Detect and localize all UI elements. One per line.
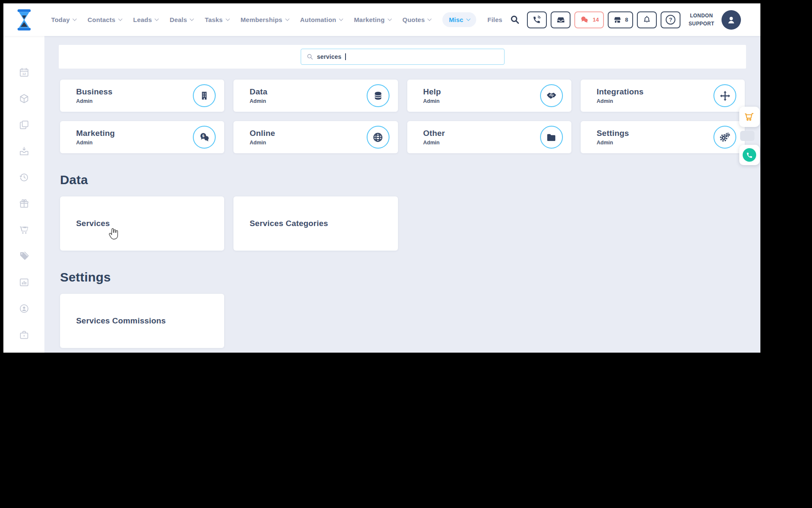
chevron-down-icon bbox=[155, 17, 159, 21]
svg-text:12: 12 bbox=[22, 72, 25, 75]
history-clock-icon bbox=[19, 172, 30, 183]
category-title: Settings bbox=[597, 129, 629, 138]
nav-item-leads[interactable]: Leads bbox=[133, 16, 158, 23]
card-services-categories[interactable]: Services Categories bbox=[233, 196, 398, 251]
user-icon bbox=[726, 14, 737, 25]
category-card-integrations[interactable]: Integrations Admin bbox=[581, 80, 745, 112]
nav-item-deals[interactable]: Deals bbox=[170, 16, 193, 23]
search-strip: services bbox=[59, 45, 746, 69]
cart-widget-button[interactable] bbox=[739, 107, 760, 127]
sidebar-item-clone[interactable] bbox=[18, 119, 30, 130]
category-card-marketing[interactable]: Marketing Admin $ bbox=[60, 121, 224, 153]
store-count-badge: 8 bbox=[625, 17, 628, 23]
card-label: Services bbox=[76, 219, 110, 228]
chevron-down-icon bbox=[225, 17, 230, 21]
global-search-button[interactable] bbox=[510, 15, 520, 25]
category-card-help[interactable]: Help Admin bbox=[407, 80, 571, 112]
settings-section-grid: Services Commissions bbox=[60, 294, 745, 348]
category-title: Marketing bbox=[76, 129, 115, 138]
inbox-button[interactable] bbox=[551, 11, 571, 28]
sidebar-item-briefcase[interactable] bbox=[18, 329, 30, 340]
phone-button[interactable] bbox=[527, 11, 547, 28]
nav-item-today[interactable]: Today bbox=[51, 16, 76, 23]
notifications-button[interactable] bbox=[637, 11, 657, 28]
category-card-settings[interactable]: Settings Admin bbox=[581, 121, 745, 153]
cart-icon bbox=[19, 224, 30, 235]
gears-icon bbox=[713, 126, 736, 149]
database-icon bbox=[367, 84, 390, 107]
svg-text:$: $ bbox=[202, 133, 205, 138]
nav-item-marketing[interactable]: Marketing bbox=[354, 16, 391, 23]
nav-item-automation[interactable]: Automation bbox=[300, 16, 343, 23]
account-name-line1: LONDON bbox=[689, 12, 714, 20]
nav-item-quotes[interactable]: Quotes bbox=[403, 16, 431, 23]
category-subtitle: Admin bbox=[597, 98, 644, 104]
nav-label: Deals bbox=[170, 16, 187, 23]
chevron-down-icon bbox=[118, 17, 122, 21]
nav-item-contacts[interactable]: Contacts bbox=[88, 16, 122, 23]
category-subtitle: Admin bbox=[76, 98, 112, 104]
search-input[interactable]: services bbox=[301, 49, 505, 65]
calendar-icon: 12 bbox=[19, 67, 30, 78]
category-card-other[interactable]: Other Admin bbox=[407, 121, 571, 153]
floating-widgets bbox=[739, 107, 760, 165]
sidebar-item-orders-box[interactable] bbox=[18, 145, 30, 157]
store-icon bbox=[613, 15, 622, 25]
chart-image-icon bbox=[19, 277, 30, 288]
section-title-settings: Settings bbox=[60, 270, 745, 284]
category-card-online[interactable]: Online Admin bbox=[233, 121, 398, 153]
topbar-actions: 14 8 ? LONDON bbox=[510, 10, 741, 30]
nav-item-memberships[interactable]: Memberships bbox=[241, 16, 289, 23]
sidebar-item-gift[interactable] bbox=[18, 198, 30, 209]
sidebar-item-account[interactable] bbox=[18, 303, 30, 314]
nav-label: Leads bbox=[133, 16, 152, 23]
app-window: Today Contacts Leads Deals Tasks Members… bbox=[3, 3, 760, 353]
messages-count-badge: 14 bbox=[593, 17, 598, 23]
nav-item-tasks[interactable]: Tasks bbox=[205, 16, 229, 23]
sidebar-item-cart[interactable] bbox=[18, 224, 30, 235]
section-title-data: Data bbox=[60, 173, 745, 187]
hourglass-logo-icon bbox=[14, 8, 35, 31]
account-name-line2: SUPPORT bbox=[689, 20, 714, 28]
brand-logo[interactable] bbox=[3, 8, 44, 31]
inbox-tray-icon bbox=[556, 15, 565, 25]
cube-icon bbox=[19, 93, 30, 104]
nav-item-files[interactable]: Files bbox=[488, 16, 502, 23]
nav-label: Files bbox=[488, 16, 502, 23]
card-label: Services Commissions bbox=[76, 316, 166, 326]
messages-button[interactable]: 14 bbox=[574, 11, 604, 28]
nav-label: Automation bbox=[300, 16, 336, 23]
category-card-text: Other Admin bbox=[423, 129, 445, 146]
category-card-text: Data Admin bbox=[250, 87, 267, 104]
gift-icon bbox=[19, 198, 30, 209]
user-avatar[interactable] bbox=[721, 10, 741, 30]
store-button[interactable]: 8 bbox=[608, 11, 633, 28]
category-card-data[interactable]: Data Admin bbox=[233, 80, 398, 112]
card-services-commissions[interactable]: Services Commissions bbox=[60, 294, 224, 348]
text-caret bbox=[345, 53, 346, 60]
search-icon bbox=[510, 15, 520, 25]
question-mark-icon: ? bbox=[666, 15, 675, 25]
card-services[interactable]: Services bbox=[60, 196, 224, 251]
building-icon bbox=[193, 84, 216, 107]
phone-widget-button[interactable] bbox=[739, 145, 760, 165]
category-subtitle: Admin bbox=[76, 140, 115, 146]
category-title: Business bbox=[76, 87, 112, 97]
bell-icon bbox=[642, 15, 651, 25]
sidebar-item-history[interactable] bbox=[18, 171, 30, 183]
account-name: LONDON SUPPORT bbox=[689, 12, 714, 28]
nav-label: Today bbox=[51, 16, 70, 23]
sidebar-item-reports[interactable] bbox=[18, 276, 30, 288]
category-title: Integrations bbox=[597, 87, 644, 97]
sidebar-item-tags[interactable] bbox=[18, 250, 30, 262]
help-button[interactable]: ? bbox=[661, 11, 680, 28]
phone-volume-icon bbox=[532, 15, 541, 24]
sidebar-item-products[interactable] bbox=[18, 93, 30, 104]
category-card-text: Online Admin bbox=[250, 129, 275, 146]
nav-item-misc[interactable]: Misc bbox=[442, 12, 476, 27]
main-content: services Business Admin bbox=[44, 36, 760, 353]
sidebar-item-calendar[interactable]: 12 bbox=[18, 66, 30, 78]
category-card-text: Business Admin bbox=[76, 87, 112, 104]
category-subtitle: Admin bbox=[423, 140, 445, 146]
category-card-business[interactable]: Business Admin bbox=[60, 80, 224, 112]
